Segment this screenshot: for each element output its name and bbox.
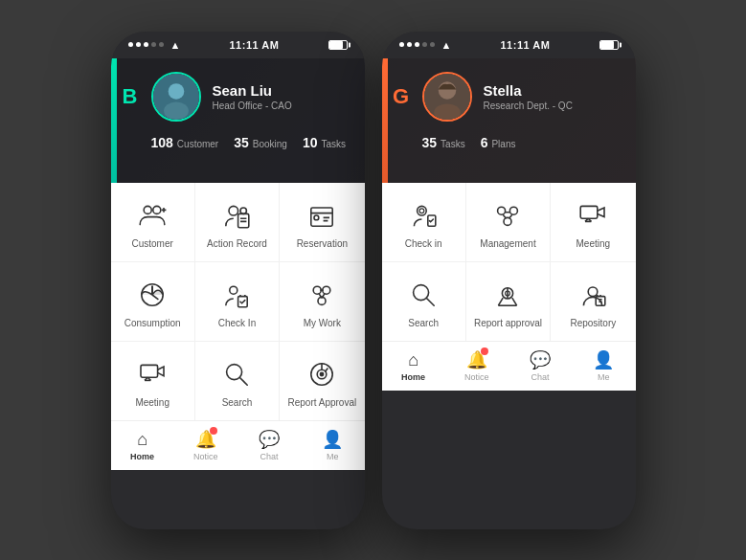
battery-area-b [328,40,348,50]
grid-label-meeting-b: Meeting [135,397,170,409]
grid-item-report-approval-b[interactable]: Report Approval [280,342,364,420]
grid-item-repository-g[interactable]: Repository [551,262,635,341]
meeting-icon-b [135,357,170,392]
header-content-b: Sean Liu Head Office - CAO 108 Customer … [111,58,365,160]
header-top-b: Sean Liu Head Office - CAO [151,72,351,122]
chat-icon-b: 💬 [259,429,280,450]
svg-point-42 [418,206,427,215]
grid-item-action-record[interactable]: Action Record [195,183,280,261]
svg-line-50 [509,214,512,218]
grid-item-customer[interactable]: Customer [111,183,195,261]
phone-sean: ▲ 11:11 AM B [111,32,365,529]
user-name-stella: Stella [484,82,573,99]
svg-line-33 [240,377,248,385]
svg-point-22 [314,286,322,294]
stat-customer: 108 Customer [151,135,219,150]
nav-me-g[interactable]: 👤 Me [572,342,635,391]
grid-item-meeting-g[interactable]: Meeting [551,183,635,261]
nav-notice-b[interactable]: 🔔 Notice [174,421,237,470]
phones-container: ▲ 11:11 AM B [111,32,636,529]
grid-label-report-b: Report Approval [287,397,356,409]
signal-dot-2 [136,42,141,47]
nav-label-notice-b: Notice [193,452,218,461]
grid-item-meeting-b[interactable]: Meeting [111,342,195,420]
wifi-icon-g: ▲ [441,39,452,51]
user-role-stella: Research Dept. - QC [484,101,573,111]
repository-icon-g [576,278,610,312]
svg-rect-51 [581,206,599,218]
grid-item-consumption[interactable]: Consumption [111,262,195,341]
nav-label-notice-g: Notice [464,372,489,382]
checkin-icon [219,278,254,312]
signal-dot-g-5 [430,42,435,47]
svg-point-3 [144,206,151,213]
svg-point-16 [314,215,319,220]
grid-label-action-record: Action Record [207,238,267,250]
stat-plans-g: 6 Plans [481,135,516,150]
svg-point-47 [504,217,511,225]
nav-me-b[interactable]: 👤 Me [301,421,364,470]
notice-badge-g [481,347,488,355]
svg-point-7 [229,206,238,215]
grid-item-reservation[interactable]: Reservation [280,183,364,261]
grid-item-search-b[interactable]: Search [195,342,280,420]
bottom-nav-g: ⌂ Home 🔔 Notice 💬 Chat 👤 Me [382,341,636,391]
battery-icon-b [328,40,348,50]
header-content-g: Stella Research Dept. - QC 35 Tasks 6 Pl… [382,58,636,160]
svg-point-2 [164,101,189,119]
stat-num-plans-g: 6 [481,135,488,150]
svg-point-43 [419,208,424,213]
stat-label-tasks-g: Tasks [441,139,465,149]
avatar-sean[interactable] [151,72,201,122]
grid-item-my-work[interactable]: My Work [280,262,364,341]
nav-chat-b[interactable]: 💬 Chat [237,421,301,470]
phone-stella: ▲ 11:11 AM G [382,32,636,529]
bottom-nav-b: ⌂ Home 🔔 Notice 💬 Chat 👤 Me [111,420,365,470]
header-stats-sean: 108 Customer 35 Booking 10 Tasks [151,135,351,150]
nav-home-b[interactable]: ⌂ Home [111,421,174,470]
grid-row-1-b: Customer Action Record [111,183,365,262]
header-info-stella: Stella Research Dept. - QC [484,82,573,111]
signal-dot-g-3 [415,42,419,47]
notice-badge-b [210,427,217,435]
svg-line-56 [426,298,434,305]
nav-label-home-b: Home [130,452,154,461]
time-g: 11:11 AM [501,39,551,51]
svg-point-45 [498,207,506,214]
grid-item-checkin-g[interactable]: Check in [382,183,466,261]
avatar-inner-stella [424,74,470,120]
grid-item-check-in[interactable]: Check In [195,262,280,341]
report-icon-g [490,278,525,312]
home-icon-b: ⌂ [137,430,147,450]
stat-label-customer: Customer [177,139,218,149]
avatar-stella[interactable] [422,72,472,122]
status-bar-g: ▲ 11:11 AM [382,32,636,58]
mywork-icon [305,278,339,312]
signal-dot-g-1 [399,42,404,47]
battery-icon-g [599,40,619,50]
svg-point-9 [240,208,246,213]
nav-notice-g[interactable]: 🔔 Notice [445,342,509,391]
grid-label-check-in: Check In [218,318,256,329]
header-info-sean: Sean Liu Head Office - CAO [213,82,292,111]
stat-tasks: 10 Tasks [303,135,346,150]
svg-point-18 [230,286,237,294]
status-bar-b: ▲ 11:11 AM [111,32,365,58]
svg-rect-28 [141,365,158,377]
nav-label-chat-b: Chat [260,452,279,461]
svg-point-1 [168,83,184,100]
grid-label-customer: Customer [131,238,172,250]
grid-item-report-approval-g[interactable]: Report approval [466,262,551,341]
header-stats-stella: 35 Tasks 6 Plans [422,135,622,150]
grid-row-2-g: Search Report approval [382,262,636,341]
grid-item-management-g[interactable]: Management [466,183,551,261]
nav-chat-g[interactable]: 💬 Chat [509,342,572,391]
grid-label-report-g: Report approval [474,318,542,329]
nav-home-g[interactable]: ⌂ Home [382,342,445,391]
grid-item-search-g[interactable]: Search [382,262,466,341]
avatar-inner-sean [153,74,199,120]
svg-point-63 [589,287,599,297]
stat-booking: 35 Booking [234,135,287,150]
svg-point-46 [510,207,518,214]
svg-line-58 [499,298,504,305]
